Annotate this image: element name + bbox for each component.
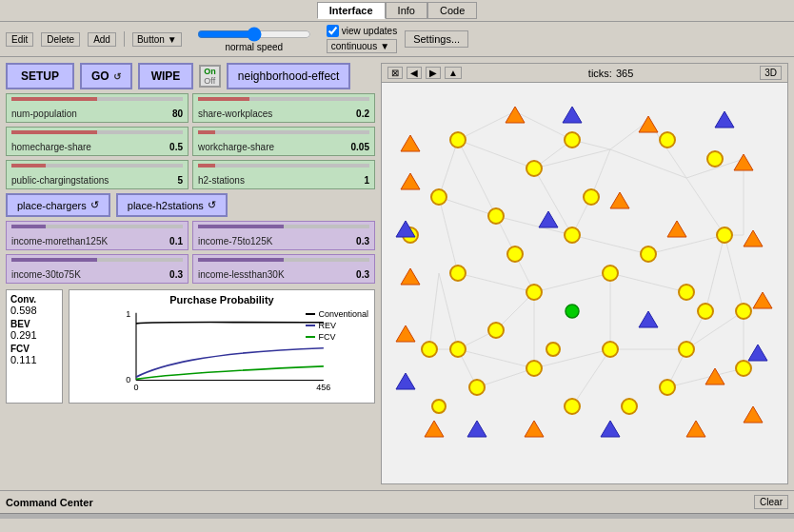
charger-buttons-row: place-chargers ↺ place-h2stations ↺ <box>6 193 375 217</box>
svg-marker-91 <box>401 173 420 189</box>
viz-up-button[interactable]: ▲ <box>445 67 462 79</box>
view-updates-row: view updates <box>327 25 397 37</box>
svg-point-111 <box>566 305 579 318</box>
place-h2stations-button[interactable]: place-h2stations ↺ <box>116 193 228 217</box>
svg-point-57 <box>488 208 504 224</box>
svg-marker-99 <box>753 292 772 308</box>
tab-interface[interactable]: Interface <box>317 2 386 19</box>
svg-line-20 <box>725 235 744 311</box>
add-button[interactable]: Add <box>88 32 116 47</box>
svg-line-32 <box>477 368 534 387</box>
svg-line-16 <box>458 273 534 292</box>
svg-marker-90 <box>401 135 420 151</box>
svg-line-21 <box>686 311 744 349</box>
svg-text:456: 456 <box>316 383 330 392</box>
homecharge-share-slider[interactable]: homecharge-share 0.5 <box>6 127 189 156</box>
income-75to125k-slider[interactable]: income-75to125K 0.3 <box>192 221 375 250</box>
main-content: SETUP GO ↺ WIPE On Off neighborhood-effe… <box>0 57 794 490</box>
viz-right-button[interactable]: ▶ <box>426 67 441 79</box>
refresh2-icon: ↺ <box>208 199 216 211</box>
svg-marker-102 <box>563 107 582 123</box>
neighborhood-button[interactable]: neighborhood-effect <box>227 63 351 89</box>
ticks-section: ticks: 365 <box>588 68 633 79</box>
conventional-legend-item: Conventional <box>306 309 368 319</box>
svg-point-62 <box>641 246 656 262</box>
viz-header: ⊠ ◀ ▶ ▲ ticks: 365 3D <box>382 64 787 83</box>
go-arrow-icon: ↺ <box>113 71 121 82</box>
svg-line-17 <box>534 273 610 292</box>
svg-point-76 <box>565 399 580 414</box>
continuous-dropdown[interactable]: continuous ▼ <box>327 39 397 53</box>
tab-info[interactable]: Info <box>386 2 427 19</box>
svg-line-25 <box>439 273 458 349</box>
svg-point-75 <box>469 380 485 395</box>
tab-bar: Interface Info Code <box>0 0 794 22</box>
svg-marker-88 <box>734 154 753 170</box>
svg-text:0: 0 <box>133 383 138 392</box>
continuous-arrow-icon: ▼ <box>380 41 389 51</box>
income-lessthan30k-slider[interactable]: income-lessthan30K 0.3 <box>192 254 375 284</box>
svg-line-28 <box>439 140 458 197</box>
svg-point-60 <box>450 266 466 281</box>
svg-marker-92 <box>401 268 420 285</box>
h2-stations-slider[interactable]: h2-stations 1 <box>192 160 375 189</box>
purchase-probability-chart: Purchase Probability 1 0 0 456 <box>69 289 375 404</box>
svg-point-77 <box>660 380 675 395</box>
setup-button[interactable]: SETUP <box>6 63 74 89</box>
clear-button[interactable]: Clear <box>754 495 788 509</box>
rev-legend-item: REV <box>306 321 368 330</box>
svg-marker-105 <box>396 373 415 389</box>
svg-line-18 <box>610 273 686 292</box>
svg-marker-96 <box>686 421 705 437</box>
workcharge-share-slider[interactable]: workcharge-share 0.05 <box>192 127 375 156</box>
go-button[interactable]: GO ↺ <box>80 63 132 89</box>
svg-point-61 <box>526 285 542 300</box>
wipe-button[interactable]: WIPE <box>138 63 194 89</box>
svg-point-83 <box>622 399 637 414</box>
svg-point-80 <box>660 132 675 148</box>
speed-slider[interactable] <box>197 27 311 42</box>
svg-point-79 <box>422 342 437 357</box>
place-chargers-button[interactable]: place-chargers ↺ <box>6 193 110 217</box>
income-30to75k-slider[interactable]: income-30to75K 0.3 <box>6 254 189 284</box>
income-morethan125k-slider[interactable]: income-morethan125K 0.1 <box>6 221 189 250</box>
legend-box: Conv. 0.598 BEV 0.291 FCV 0.111 <box>6 289 63 404</box>
svg-marker-101 <box>667 221 686 237</box>
viz-left-button[interactable]: ◀ <box>407 67 422 79</box>
share-workplaces-slider[interactable]: share-workplaces 0.2 <box>192 93 375 123</box>
svg-point-74 <box>507 246 523 262</box>
fcv-legend: FCV 0.111 <box>10 344 58 365</box>
svg-point-68 <box>603 342 618 357</box>
viz-reset-button[interactable]: ⊠ <box>387 67 403 79</box>
speed-section: normal speed <box>197 27 311 52</box>
svg-point-65 <box>717 227 732 243</box>
settings-button[interactable]: Settings... <box>405 30 468 48</box>
svg-marker-106 <box>467 421 486 437</box>
viz-controls: ⊠ ◀ ▶ ▲ <box>387 67 462 79</box>
bev-legend: BEV 0.291 <box>10 319 58 341</box>
svg-line-10 <box>610 149 686 178</box>
on-off-toggle[interactable]: On Off <box>199 65 221 88</box>
button-type-dropdown[interactable]: Button ▼ <box>132 32 182 47</box>
tab-code[interactable]: Code <box>427 2 477 19</box>
view-updates-checkbox[interactable] <box>327 25 339 37</box>
svg-point-55 <box>526 161 542 176</box>
svg-line-40 <box>515 111 572 140</box>
svg-line-8 <box>534 149 610 168</box>
edit-button[interactable]: Edit <box>6 32 33 47</box>
svg-line-41 <box>458 111 515 140</box>
fcv-legend-item: FCV <box>306 332 368 342</box>
rev-color <box>306 325 315 326</box>
svg-marker-110 <box>639 311 658 327</box>
svg-marker-103 <box>715 111 734 128</box>
3d-button[interactable]: 3D <box>760 66 782 80</box>
public-chargingstations-slider[interactable]: public-chargingstations 5 <box>6 160 189 189</box>
network-svg <box>382 83 787 482</box>
toolbar: Edit Delete Add Button ▼ normal speed vi… <box>0 22 794 57</box>
svg-marker-108 <box>748 345 767 361</box>
num-population-slider[interactable]: num-population 80 <box>6 93 189 123</box>
svg-point-70 <box>450 342 466 357</box>
svg-marker-93 <box>396 325 415 342</box>
delete-button[interactable]: Delete <box>41 32 80 47</box>
ticks-value: 365 <box>616 68 633 79</box>
